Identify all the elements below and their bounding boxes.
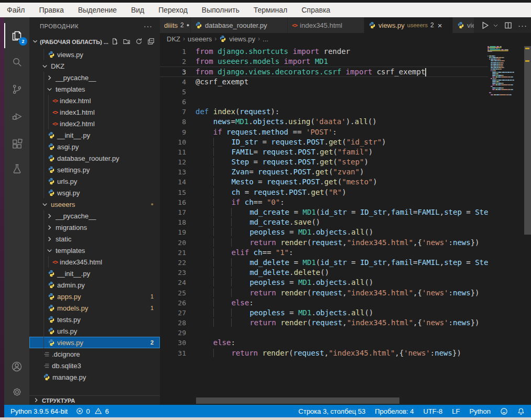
activity-search-icon[interactable] (4, 49, 29, 74)
code-line-25[interactable]: 25 return render(request,"index345.html"… (160, 288, 488, 298)
vertical-scrollbar-thumb[interactable] (524, 46, 531, 235)
menu-Файл[interactable]: Файл (7, 6, 25, 14)
tree-item-index345.html[interactable]: <>index345.html (29, 256, 160, 268)
breadcrumb-item-useeers[interactable]: useeers (188, 35, 212, 43)
tree-item-asgi.py[interactable]: asgi.py (29, 141, 160, 152)
tree-item-database_roouter.py[interactable]: database_roouter.py (29, 152, 160, 164)
code-line-17[interactable]: 17 md_create = MD1(id_str = ID_str,famil… (160, 207, 488, 217)
minimap[interactable] (487, 46, 524, 371)
code-line-31[interactable]: 31 return render(request,"index345.html"… (160, 348, 488, 358)
tree-item-static[interactable]: static (29, 233, 160, 245)
tree-item-templates[interactable]: templates (29, 245, 160, 256)
tree-item-DKZ[interactable]: DKZ (29, 60, 160, 72)
tree-item-index1.html[interactable]: <>index1.html (29, 106, 160, 118)
menu-Выполнить[interactable]: Выполнить (202, 6, 240, 14)
breadcrumb-item-views.py[interactable]: views.py (229, 35, 255, 43)
code-line-6[interactable]: 6 (160, 97, 488, 107)
code-line-24[interactable]: 24 peopless = MD1.objects.all() (160, 278, 488, 288)
code-line-16[interactable]: 16 if ch== "0": (160, 197, 488, 207)
more-actions-icon[interactable]: ··· (144, 22, 153, 30)
code-line-8[interactable]: 8 news=MD1.objects.using('daata').all() (160, 117, 488, 127)
activity-settings-icon[interactable] (4, 379, 29, 404)
code-line-7[interactable]: 7def index(request): (160, 107, 488, 117)
cursor-position-status[interactable]: Строка 3, столбец 53 (298, 407, 365, 415)
activity-testing-icon[interactable] (4, 156, 29, 181)
code-line-10[interactable]: 10 ID_str = request.POST.get("id_str") (160, 137, 488, 147)
code-line-11[interactable]: 11 FAMIL= request.POST.get("famil") (160, 147, 488, 157)
tree-item-db.sqlite3[interactable]: db.sqlite3 (29, 360, 160, 371)
encoding-status[interactable]: UTF-8 (424, 407, 443, 415)
indentation-status[interactable]: Пробелов: 4 (375, 407, 414, 415)
horizontal-scrollbar-thumb[interactable] (196, 397, 399, 404)
code-line-12[interactable]: 12 Step = request.POST.get("step") (160, 157, 488, 167)
code-line-5[interactable]: 5 (160, 87, 488, 97)
code-line-1[interactable]: 1from django.shortcuts import render (160, 47, 488, 57)
tree-item-index.html[interactable]: <>index.html (29, 95, 160, 106)
tree-item-urls.py[interactable]: urls.py (29, 175, 160, 187)
tree-item-__init__.py[interactable]: __init__.py (29, 268, 160, 279)
code-line-15[interactable]: 15 ch = request.POST.get("R") (160, 187, 488, 197)
notifications-bell-icon[interactable] (517, 407, 525, 415)
new-folder-icon[interactable] (123, 38, 131, 46)
tree-item-useeers[interactable]: useeers● (29, 198, 160, 210)
split-editor-icon[interactable] (504, 21, 512, 29)
code-line-26[interactable]: 26 else: (160, 298, 488, 308)
code-line-18[interactable]: 18 md_create.save() (160, 217, 488, 227)
code-line-13[interactable]: 13 Zvan= request.POST.get("zvan") (160, 167, 488, 177)
breadcrumb-item-...[interactable]: ... (263, 35, 268, 43)
menu-Терминал[interactable]: Терминал (254, 6, 287, 14)
activity-source-control-icon[interactable] (4, 76, 29, 102)
activity-account-icon[interactable] (4, 354, 29, 379)
tree-item-apps.py[interactable]: apps.py1 (29, 291, 160, 302)
tree-item-views.py[interactable]: views.py2 (29, 337, 160, 348)
code-line-30[interactable]: 30 else: (160, 338, 488, 348)
refresh-icon[interactable] (135, 38, 143, 46)
tree-item-urls.py[interactable]: urls.py (29, 325, 160, 337)
tab-database_roouter.py[interactable]: database_roouter.py (191, 17, 288, 33)
menu-Справка[interactable]: Справка (301, 6, 330, 14)
horizontal-scrollbar[interactable] (196, 397, 487, 404)
menu-Правка[interactable]: Правка (39, 6, 63, 14)
tree-item-.dcignore[interactable]: .dcignore (29, 348, 160, 360)
collapse-all-icon[interactable] (147, 38, 155, 46)
tab-diiits[interactable]: diiits2● (160, 17, 191, 33)
menu-Выделение[interactable]: Выделение (78, 6, 117, 14)
tree-item-tests.py[interactable]: tests.py (29, 314, 160, 325)
tree-item-views.py[interactable]: views.py (29, 49, 160, 60)
tree-item-manage.py[interactable]: manage.py (29, 371, 160, 383)
code-editor[interactable]: 1from django.shortcuts import render2fro… (160, 47, 488, 358)
code-line-4[interactable]: 4@csrf_exempt (160, 77, 488, 87)
tab-index345.html[interactable]: <>index345.html (288, 17, 364, 33)
tab-views.py[interactable]: views.pyuseeers2× (364, 17, 453, 33)
activity-run-debug-icon[interactable] (4, 104, 29, 129)
run-dropdown-icon[interactable] (493, 23, 499, 28)
tree-item-templates[interactable]: templates (29, 83, 160, 95)
code-line-29[interactable]: 29 (160, 328, 488, 338)
breadcrumb-item-DKZ[interactable]: DKZ (167, 35, 180, 43)
tab-close-icon[interactable]: × (438, 21, 442, 30)
code-line-9[interactable]: 9 if request.method == 'POST': (160, 127, 488, 137)
activity-explorer-icon[interactable]: 2 (4, 23, 29, 48)
vertical-scrollbar[interactable] (524, 17, 531, 405)
code-line-28[interactable]: 28 return render(request,"index345.html"… (160, 318, 488, 328)
problems-status[interactable]: 0 6 (76, 407, 109, 415)
code-line-2[interactable]: 2from useeers.models import MD1 (160, 57, 488, 67)
tree-item-__pycache__[interactable]: __pycache__ (29, 210, 160, 222)
tree-item-migrations[interactable]: migrations (29, 222, 160, 233)
feedback-icon[interactable] (500, 407, 508, 415)
tree-item-index2.html[interactable]: <>index2.html (29, 118, 160, 129)
code-line-21[interactable]: 21 elif ch== "1": (160, 248, 488, 258)
code-line-27[interactable]: 27 peopless = MD1.objects.all() (160, 308, 488, 318)
run-button[interactable] (481, 21, 490, 30)
workspace-section-header[interactable]: (РАБОЧАЯ ОБЛАСТЬ) ... (29, 35, 160, 48)
eol-status[interactable]: LF (452, 407, 460, 415)
code-line-3[interactable]: 3from django.views.decorators.csrf impor… (160, 67, 488, 76)
code-line-23[interactable]: 23 md_delete.delete() (160, 268, 488, 278)
tree-item-wsgi.py[interactable]: wsgi.py (29, 187, 160, 198)
tree-item-models.py[interactable]: models.py1 (29, 302, 160, 314)
tree-item-__init__.py[interactable]: __init__.py (29, 129, 160, 141)
tree-item-__pycache__[interactable]: __pycache__ (29, 72, 160, 83)
code-line-19[interactable]: 19 peopless = MD1.objects.all() (160, 227, 488, 237)
code-line-14[interactable]: 14 Mesto = request.POST.get("mesto") (160, 177, 488, 187)
python-interpreter-status[interactable]: Python 3.9.5 64-bit (10, 407, 68, 415)
